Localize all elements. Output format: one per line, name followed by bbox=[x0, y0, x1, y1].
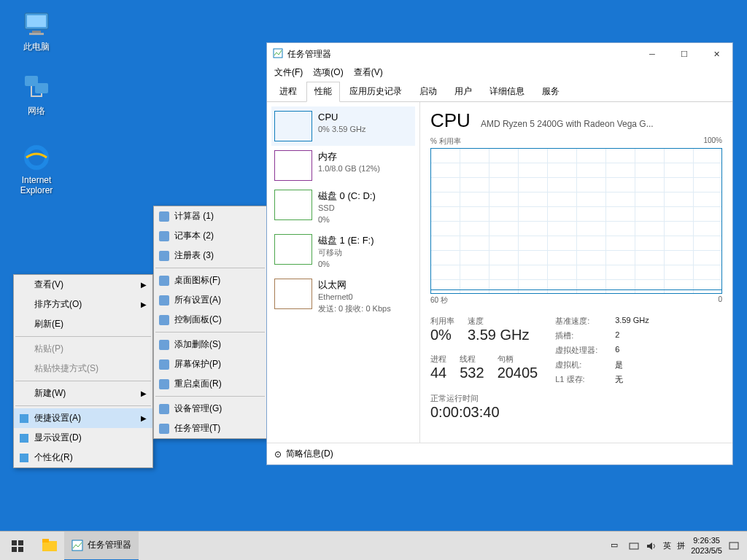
menu-item[interactable]: 便捷设置(A)▶ bbox=[14, 408, 152, 428]
mini-graph bbox=[274, 234, 312, 265]
taskbar-app-taskmgr[interactable]: 任务管理器 bbox=[64, 532, 139, 561]
pc-icon bbox=[22, 9, 51, 38]
svg-rect-25 bbox=[18, 547, 23, 552]
tab-5[interactable]: 详细信息 bbox=[481, 82, 533, 101]
menu-item[interactable]: 查看(V)▶ bbox=[14, 275, 152, 295]
menu-item[interactable]: 排序方式(O)▶ bbox=[14, 295, 152, 314]
calc-icon bbox=[158, 211, 170, 222]
stat-label: 虚拟处理器: bbox=[555, 345, 606, 356]
desktop-icon-network[interactable]: 网络 bbox=[9, 73, 64, 117]
stat-value: 2 bbox=[615, 330, 619, 341]
taskmgr-icon bbox=[158, 423, 170, 435]
task-manager-window: 任务管理器 ─ ☐ ✕ 文件(F) 选项(O) 查看(V) 进程性能应用历史记录… bbox=[266, 42, 733, 465]
menu-item-label: 所有设置(A) bbox=[174, 294, 221, 306]
menu-file[interactable]: 文件(F) bbox=[274, 66, 303, 79]
menu-item[interactable]: 设备管理(G) bbox=[154, 399, 266, 419]
tray-network-icon[interactable] bbox=[628, 540, 640, 552]
menu-item[interactable]: 所有设置(A) bbox=[154, 290, 266, 310]
desktop-icon-ie[interactable]: Internet Explorer bbox=[9, 143, 64, 195]
taskmgr-footer: ⊙ 简略信息(D) bbox=[267, 443, 732, 464]
tab-1[interactable]: 性能 bbox=[306, 82, 340, 102]
submenu-arrow-icon: ▶ bbox=[141, 281, 147, 289]
stat-label: 利用率 bbox=[430, 316, 454, 327]
menubar: 文件(F) 选项(O) 查看(V) bbox=[267, 65, 732, 80]
close-button[interactable]: ✕ bbox=[700, 43, 732, 65]
menu-options[interactable]: 选项(O) bbox=[313, 66, 343, 79]
menu-item-label: 粘贴(P) bbox=[34, 343, 63, 355]
perf-item-eth[interactable]: 以太网Ethernet0发送: 0 接收: 0 Kbps bbox=[271, 274, 415, 319]
menu-item: 粘贴(P) bbox=[14, 339, 152, 359]
performance-detail: CPU AMD Ryzen 5 2400G with Radeon Vega G… bbox=[420, 102, 732, 443]
tray-notifications-icon[interactable] bbox=[728, 540, 740, 552]
perf-item-disk[interactable]: 磁盘 0 (C: D:)SSD0% bbox=[271, 185, 415, 230]
menu-item-label: 查看(V) bbox=[34, 279, 63, 291]
devmgr-icon bbox=[158, 403, 170, 415]
stat-label: 基准速度: bbox=[555, 316, 606, 327]
menu-item-label: 重启桌面(R) bbox=[174, 378, 222, 390]
tab-6[interactable]: 服务 bbox=[534, 82, 568, 101]
tab-0[interactable]: 进程 bbox=[271, 82, 305, 101]
settings-icon bbox=[158, 295, 170, 306]
minimize-button[interactable]: ─ bbox=[636, 43, 668, 65]
mini-graph bbox=[274, 190, 312, 220]
perf-item-cpu[interactable]: CPU0% 3.59 GHz bbox=[271, 106, 415, 146]
menu-item[interactable]: 添加删除(S) bbox=[154, 335, 266, 354]
stat-label: 进程 bbox=[430, 354, 446, 365]
regedit-icon bbox=[158, 250, 170, 262]
perf-title: 磁盘 0 (C: D:) bbox=[318, 190, 376, 203]
menu-item[interactable]: 屏幕保护(P) bbox=[154, 354, 266, 374]
svg-rect-13 bbox=[159, 276, 169, 286]
menu-item[interactable]: 控制面板(C) bbox=[154, 310, 266, 330]
svg-rect-15 bbox=[159, 315, 169, 325]
stat-label: 插槽: bbox=[555, 330, 606, 341]
tray-clock[interactable]: 9:26:35 2023/5/5 bbox=[691, 536, 722, 555]
perf-item-mem[interactable]: 内存1.0/8.0 GB (12%) bbox=[271, 146, 415, 185]
svg-rect-26 bbox=[42, 541, 57, 551]
maximize-button[interactable]: ☐ bbox=[668, 43, 700, 65]
menu-item[interactable]: 记事本 (2) bbox=[154, 226, 266, 246]
menu-item[interactable]: 计算器 (1) bbox=[154, 206, 266, 226]
perf-sub: 1.0/8.0 GB (12%) bbox=[318, 163, 380, 174]
svg-rect-7 bbox=[20, 414, 28, 423]
footer-link[interactable]: 简略信息(D) bbox=[286, 448, 333, 460]
tray-volume-icon[interactable] bbox=[646, 540, 657, 552]
collapse-icon[interactable]: ⊙ bbox=[274, 449, 282, 459]
tray-ime-lang[interactable]: 英 bbox=[663, 540, 671, 551]
tab-2[interactable]: 应用历史记录 bbox=[341, 82, 410, 101]
tray-ime-mode[interactable]: 拼 bbox=[677, 540, 685, 551]
tray-time: 9:26:35 bbox=[691, 536, 722, 545]
perf-title: 内存 bbox=[318, 150, 380, 163]
perf-heading: CPU bbox=[430, 109, 471, 132]
menu-item: 粘贴快捷方式(S) bbox=[14, 359, 152, 378]
perf-sub: 可移动 bbox=[318, 247, 374, 258]
graph-xright: 0 bbox=[718, 295, 722, 306]
menu-item[interactable]: 刷新(E) bbox=[14, 314, 152, 334]
menu-item[interactable]: 注册表 (3) bbox=[154, 246, 266, 265]
perf-subtitle: AMD Ryzen 5 2400G with Radeon Vega G... bbox=[481, 119, 654, 129]
svg-point-6 bbox=[26, 147, 47, 168]
taskbar-app-explorer[interactable] bbox=[35, 532, 64, 561]
svg-rect-16 bbox=[159, 340, 169, 350]
menu-item-label: 控制面板(C) bbox=[174, 314, 222, 326]
perf-item-disk[interactable]: 磁盘 1 (E: F:)可移动0% bbox=[271, 230, 415, 274]
menu-item[interactable]: 新建(W)▶ bbox=[14, 384, 152, 403]
svg-rect-28 bbox=[72, 540, 82, 551]
svg-rect-22 bbox=[12, 540, 17, 545]
tray-chevron-icon[interactable]: ▭ bbox=[611, 540, 622, 552]
menu-view[interactable]: 查看(V) bbox=[354, 66, 383, 79]
menu-item[interactable]: 任务管理(T) bbox=[154, 419, 266, 438]
window-titlebar[interactable]: 任务管理器 ─ ☐ ✕ bbox=[267, 43, 732, 65]
stat-value: 6 bbox=[615, 345, 619, 356]
desktop-icon-label: 此电脑 bbox=[9, 41, 64, 53]
svg-rect-27 bbox=[42, 539, 49, 542]
tab-3[interactable]: 启动 bbox=[411, 82, 445, 101]
menu-item[interactable]: 桌面图标(F) bbox=[154, 271, 266, 290]
start-button[interactable] bbox=[0, 532, 35, 561]
menu-item[interactable]: 显示设置(D) bbox=[14, 428, 152, 448]
menu-item[interactable]: 个性化(R) bbox=[14, 448, 152, 467]
menu-item[interactable]: 重启桌面(R) bbox=[154, 374, 266, 394]
tab-4[interactable]: 用户 bbox=[446, 82, 480, 101]
desktop-icon-this-pc[interactable]: 此电脑 bbox=[9, 9, 64, 53]
tray-date: 2023/5/5 bbox=[691, 546, 722, 556]
svg-rect-24 bbox=[12, 547, 17, 552]
